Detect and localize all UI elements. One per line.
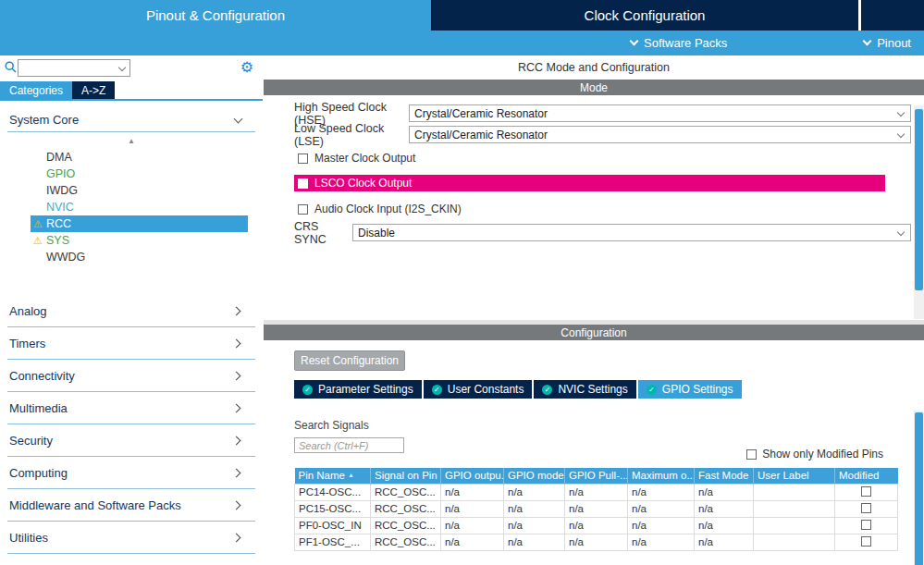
column-fast-mode[interactable]: Fast Mode (695, 468, 754, 484)
column-signal-on-pin[interactable]: Signal on Pin (371, 468, 441, 484)
sidebar-item-timers[interactable]: Timers (7, 327, 255, 360)
cell-gpio-output: n/a (441, 517, 504, 534)
column-modified[interactable]: Modified (835, 468, 898, 484)
sidebar-item-middleware[interactable]: Middleware and Software Packs (7, 489, 255, 522)
sidebar-item-wwdg[interactable]: WWDG (0, 249, 263, 265)
modified-checkbox[interactable] (861, 486, 871, 497)
column-maximum-output[interactable]: Maximum o... (628, 468, 695, 484)
category-label: Analog (7, 304, 46, 318)
chevron-down-icon (863, 37, 872, 46)
cell-fast-mode: n/a (695, 517, 754, 534)
column-gpio-pull[interactable]: GPIO Pull-... (565, 468, 628, 484)
column-gpio-mode[interactable]: GPIO mode (504, 468, 565, 484)
tab-user-constants[interactable]: ✓ User Constants (424, 380, 533, 399)
sidebar-item-rcc[interactable]: ⚠ RCC (31, 215, 248, 232)
stm32cubemx-window: Pinout & Configuration Clock Configurati… (0, 0, 924, 565)
tab-parameter-settings[interactable]: ✓ Parameter Settings (294, 380, 422, 399)
cell-user-label[interactable] (754, 484, 835, 500)
main-panel: RCC Mode and Configuration Mode High Spe… (264, 55, 924, 565)
cell-fast-mode: n/a (695, 534, 754, 550)
category-label: Connectivity (7, 369, 75, 383)
cell-signal: RCC_OSC... (371, 534, 441, 550)
sidebar-item-iwdg[interactable]: IWDG (0, 182, 263, 199)
configuration-scrollbar[interactable] (914, 411, 924, 565)
sidebar-item-sys[interactable]: ⚠ SYS (0, 232, 263, 249)
hse-row: High Speed Clock (HSE) Crystal/Ceramic R… (294, 104, 911, 122)
chevron-down-icon (118, 63, 126, 70)
mode-header: Mode (264, 80, 924, 95)
show-modified-pins-checkbox[interactable] (746, 449, 757, 460)
cell-maximum-output: n/a (628, 500, 695, 517)
category-label: Multimedia (7, 401, 68, 415)
scroll-up-icon[interactable]: ▲ (0, 136, 263, 147)
sidebar-item-nvic[interactable]: NVIC (0, 199, 263, 215)
software-packs-menu[interactable]: Software Packs (631, 31, 727, 55)
lsco-clock-output-checkbox[interactable] (298, 178, 308, 189)
sidebar-item-computing[interactable]: Computing (7, 457, 255, 489)
hse-value: Crystal/Ceramic Resonator (414, 107, 548, 120)
master-clock-output-checkbox[interactable] (298, 154, 308, 164)
modified-checkbox[interactable] (861, 536, 871, 547)
lsco-clock-output-option[interactable]: LSCO Clock Output (294, 175, 885, 191)
ip-search-combo[interactable] (18, 59, 130, 77)
crs-sync-select[interactable]: Disable (352, 224, 911, 241)
table-row[interactable]: PC14-OSC... RCC_OSC... n/a n/a n/a n/a n… (295, 484, 898, 500)
cell-pin-name: PF1-OSC_... (295, 534, 371, 550)
cell-gpio-output: n/a (441, 500, 504, 517)
sidebar-item-dma[interactable]: DMA (0, 149, 263, 166)
cell-user-label[interactable] (754, 534, 835, 550)
show-modified-pins-option[interactable]: Show only Modified Pins (746, 448, 883, 461)
gear-icon[interactable]: ⚙ (240, 57, 253, 78)
cell-fast-mode: n/a (695, 500, 754, 517)
tab-stub[interactable] (861, 0, 924, 31)
category-label: Security (7, 434, 53, 448)
table-row[interactable]: PF1-OSC_... RCC_OSC... n/a n/a n/a n/a n… (295, 534, 898, 550)
tab-categories[interactable]: Categories (0, 81, 72, 99)
cell-gpio-mode: n/a (504, 500, 565, 517)
cell-gpio-pull: n/a (565, 484, 628, 500)
category-list: Analog Timers Connectivity Multimedia Se… (7, 295, 255, 554)
modified-checkbox[interactable] (861, 503, 871, 513)
reset-configuration-button[interactable]: Reset Configuration (294, 350, 405, 371)
lse-select[interactable]: Crystal/Ceramic Resonator (409, 126, 911, 143)
tab-gpio-settings[interactable]: ✓ GPIO Settings (638, 380, 742, 399)
chevron-down-icon (897, 129, 905, 137)
cell-maximum-output: n/a (628, 484, 695, 500)
cell-signal: RCC_OSC... (371, 517, 441, 534)
column-gpio-output[interactable]: GPIO outpu.. (441, 468, 504, 484)
table-row[interactable]: PC15-OSC... RCC_OSC... n/a n/a n/a n/a n… (295, 500, 898, 517)
tab-a-to-z[interactable]: A->Z (72, 81, 115, 99)
cell-user-label[interactable] (754, 500, 835, 517)
mode-scrollbar-thumb[interactable] (915, 109, 923, 290)
pinout-menu[interactable]: Pinout (864, 31, 911, 55)
sidebar-item-utilities[interactable]: Utilities (7, 522, 255, 554)
pinout-menu-label: Pinout (877, 36, 911, 50)
tab-nvic-settings[interactable]: ✓ NVIC Settings (534, 380, 635, 399)
cell-signal: RCC_OSC... (371, 500, 441, 517)
section-system-core[interactable]: System Core (7, 108, 255, 132)
sidebar-item-analog[interactable]: Analog (7, 295, 255, 327)
column-user-label[interactable]: User Label (754, 468, 835, 484)
sidebar-item-connectivity[interactable]: Connectivity (7, 360, 255, 392)
master-clock-output-option[interactable]: Master Clock Output (294, 151, 924, 166)
sidebar-item-gpio[interactable]: GPIO (0, 166, 263, 182)
modified-checkbox[interactable] (861, 520, 871, 530)
cell-user-label[interactable] (754, 517, 835, 534)
sidebar-search-row: ⚙ (0, 57, 263, 80)
configuration-scrollbar-thumb[interactable] (915, 412, 923, 565)
tab-label: NVIC Settings (558, 383, 627, 396)
sidebar-item-multimedia[interactable]: Multimedia (7, 392, 255, 424)
audio-clock-input-option[interactable]: Audio Clock Input (I2S_CKIN) (294, 202, 924, 216)
audio-clock-input-checkbox[interactable] (298, 204, 308, 215)
table-row[interactable]: PF0-OSC_IN RCC_OSC... n/a n/a n/a n/a n/… (295, 517, 898, 534)
sidebar-item-security[interactable]: Security (7, 424, 255, 457)
signals-search-input[interactable] (294, 437, 404, 453)
column-pin-name[interactable]: Pin Name▲ (295, 468, 371, 484)
hse-select[interactable]: Crystal/Ceramic Resonator (409, 104, 911, 122)
tab-clock-configuration[interactable]: Clock Configuration (431, 0, 858, 31)
mode-scrollbar[interactable] (914, 105, 924, 319)
cell-gpio-mode: n/a (504, 484, 565, 500)
configuration-panel: Reset Configuration ✓ Parameter Settings… (264, 350, 924, 565)
tab-pinout-configuration[interactable]: Pinout & Configuration (0, 0, 431, 31)
cell-maximum-output: n/a (628, 517, 695, 534)
